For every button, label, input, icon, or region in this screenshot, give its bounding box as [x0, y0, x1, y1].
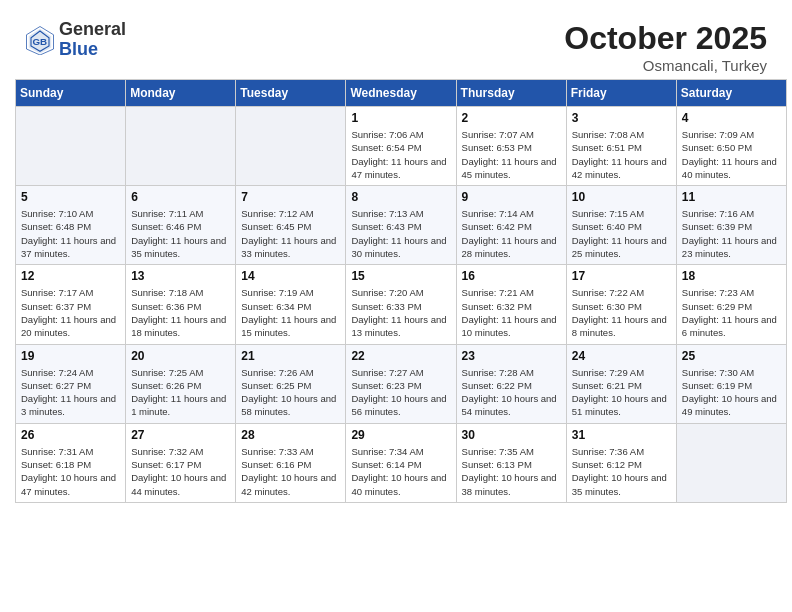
day-info: Sunrise: 7:18 AMSunset: 6:36 PMDaylight:…: [131, 286, 230, 339]
day-header-sunday: Sunday: [16, 80, 126, 107]
day-number: 9: [462, 190, 561, 204]
page-header: GB General Blue October 2025 Osmancali, …: [10, 10, 782, 79]
calendar-day: 13Sunrise: 7:18 AMSunset: 6:36 PMDayligh…: [126, 265, 236, 344]
calendar-day: [126, 107, 236, 186]
day-info: Sunrise: 7:30 AMSunset: 6:19 PMDaylight:…: [682, 366, 781, 419]
day-number: 15: [351, 269, 450, 283]
calendar-day: 20Sunrise: 7:25 AMSunset: 6:26 PMDayligh…: [126, 344, 236, 423]
calendar-day: 15Sunrise: 7:20 AMSunset: 6:33 PMDayligh…: [346, 265, 456, 344]
calendar-day: 26Sunrise: 7:31 AMSunset: 6:18 PMDayligh…: [16, 423, 126, 502]
calendar-day: 25Sunrise: 7:30 AMSunset: 6:19 PMDayligh…: [676, 344, 786, 423]
calendar-day: [676, 423, 786, 502]
day-number: 24: [572, 349, 671, 363]
logo-text: General Blue: [59, 20, 126, 60]
day-info: Sunrise: 7:08 AMSunset: 6:51 PMDaylight:…: [572, 128, 671, 181]
day-number: 10: [572, 190, 671, 204]
day-number: 16: [462, 269, 561, 283]
day-number: 22: [351, 349, 450, 363]
day-info: Sunrise: 7:34 AMSunset: 6:14 PMDaylight:…: [351, 445, 450, 498]
day-number: 21: [241, 349, 340, 363]
day-number: 5: [21, 190, 120, 204]
calendar-day: 30Sunrise: 7:35 AMSunset: 6:13 PMDayligh…: [456, 423, 566, 502]
logo: GB General Blue: [25, 20, 126, 60]
day-number: 1: [351, 111, 450, 125]
day-info: Sunrise: 7:28 AMSunset: 6:22 PMDaylight:…: [462, 366, 561, 419]
calendar-day: 23Sunrise: 7:28 AMSunset: 6:22 PMDayligh…: [456, 344, 566, 423]
day-number: 6: [131, 190, 230, 204]
day-number: 17: [572, 269, 671, 283]
day-info: Sunrise: 7:07 AMSunset: 6:53 PMDaylight:…: [462, 128, 561, 181]
calendar-week-1: 1Sunrise: 7:06 AMSunset: 6:54 PMDaylight…: [16, 107, 787, 186]
day-info: Sunrise: 7:29 AMSunset: 6:21 PMDaylight:…: [572, 366, 671, 419]
day-number: 23: [462, 349, 561, 363]
day-info: Sunrise: 7:26 AMSunset: 6:25 PMDaylight:…: [241, 366, 340, 419]
calendar-day: 17Sunrise: 7:22 AMSunset: 6:30 PMDayligh…: [566, 265, 676, 344]
day-number: 2: [462, 111, 561, 125]
day-info: Sunrise: 7:14 AMSunset: 6:42 PMDaylight:…: [462, 207, 561, 260]
calendar-day: 16Sunrise: 7:21 AMSunset: 6:32 PMDayligh…: [456, 265, 566, 344]
calendar-day: 8Sunrise: 7:13 AMSunset: 6:43 PMDaylight…: [346, 186, 456, 265]
day-info: Sunrise: 7:25 AMSunset: 6:26 PMDaylight:…: [131, 366, 230, 419]
day-number: 31: [572, 428, 671, 442]
calendar-day: 18Sunrise: 7:23 AMSunset: 6:29 PMDayligh…: [676, 265, 786, 344]
day-number: 29: [351, 428, 450, 442]
day-number: 12: [21, 269, 120, 283]
day-header-thursday: Thursday: [456, 80, 566, 107]
calendar-day: 7Sunrise: 7:12 AMSunset: 6:45 PMDaylight…: [236, 186, 346, 265]
day-number: 20: [131, 349, 230, 363]
day-info: Sunrise: 7:21 AMSunset: 6:32 PMDaylight:…: [462, 286, 561, 339]
calendar-day: 21Sunrise: 7:26 AMSunset: 6:25 PMDayligh…: [236, 344, 346, 423]
day-number: 14: [241, 269, 340, 283]
day-number: 25: [682, 349, 781, 363]
day-info: Sunrise: 7:32 AMSunset: 6:17 PMDaylight:…: [131, 445, 230, 498]
day-number: 4: [682, 111, 781, 125]
day-info: Sunrise: 7:15 AMSunset: 6:40 PMDaylight:…: [572, 207, 671, 260]
day-info: Sunrise: 7:27 AMSunset: 6:23 PMDaylight:…: [351, 366, 450, 419]
day-info: Sunrise: 7:31 AMSunset: 6:18 PMDaylight:…: [21, 445, 120, 498]
calendar-week-2: 5Sunrise: 7:10 AMSunset: 6:48 PMDaylight…: [16, 186, 787, 265]
day-info: Sunrise: 7:24 AMSunset: 6:27 PMDaylight:…: [21, 366, 120, 419]
calendar-day: 12Sunrise: 7:17 AMSunset: 6:37 PMDayligh…: [16, 265, 126, 344]
day-info: Sunrise: 7:16 AMSunset: 6:39 PMDaylight:…: [682, 207, 781, 260]
calendar-day: 2Sunrise: 7:07 AMSunset: 6:53 PMDaylight…: [456, 107, 566, 186]
location-subtitle: Osmancali, Turkey: [564, 57, 767, 74]
day-info: Sunrise: 7:06 AMSunset: 6:54 PMDaylight:…: [351, 128, 450, 181]
title-block: October 2025 Osmancali, Turkey: [564, 20, 767, 74]
day-info: Sunrise: 7:17 AMSunset: 6:37 PMDaylight:…: [21, 286, 120, 339]
day-header-saturday: Saturday: [676, 80, 786, 107]
logo-icon: GB: [25, 25, 55, 55]
calendar-day: 27Sunrise: 7:32 AMSunset: 6:17 PMDayligh…: [126, 423, 236, 502]
day-header-tuesday: Tuesday: [236, 80, 346, 107]
calendar-day: 9Sunrise: 7:14 AMSunset: 6:42 PMDaylight…: [456, 186, 566, 265]
calendar-day: [16, 107, 126, 186]
calendar-day: [236, 107, 346, 186]
day-header-monday: Monday: [126, 80, 236, 107]
day-info: Sunrise: 7:12 AMSunset: 6:45 PMDaylight:…: [241, 207, 340, 260]
calendar-week-5: 26Sunrise: 7:31 AMSunset: 6:18 PMDayligh…: [16, 423, 787, 502]
day-number: 28: [241, 428, 340, 442]
calendar-day: 29Sunrise: 7:34 AMSunset: 6:14 PMDayligh…: [346, 423, 456, 502]
day-info: Sunrise: 7:22 AMSunset: 6:30 PMDaylight:…: [572, 286, 671, 339]
day-number: 3: [572, 111, 671, 125]
calendar-day: 6Sunrise: 7:11 AMSunset: 6:46 PMDaylight…: [126, 186, 236, 265]
calendar-day: 19Sunrise: 7:24 AMSunset: 6:27 PMDayligh…: [16, 344, 126, 423]
day-info: Sunrise: 7:20 AMSunset: 6:33 PMDaylight:…: [351, 286, 450, 339]
day-info: Sunrise: 7:10 AMSunset: 6:48 PMDaylight:…: [21, 207, 120, 260]
day-number: 7: [241, 190, 340, 204]
day-header-wednesday: Wednesday: [346, 80, 456, 107]
day-info: Sunrise: 7:23 AMSunset: 6:29 PMDaylight:…: [682, 286, 781, 339]
calendar-week-3: 12Sunrise: 7:17 AMSunset: 6:37 PMDayligh…: [16, 265, 787, 344]
day-header-friday: Friday: [566, 80, 676, 107]
calendar-day: 31Sunrise: 7:36 AMSunset: 6:12 PMDayligh…: [566, 423, 676, 502]
calendar-table: SundayMondayTuesdayWednesdayThursdayFrid…: [15, 79, 787, 503]
day-info: Sunrise: 7:35 AMSunset: 6:13 PMDaylight:…: [462, 445, 561, 498]
day-number: 19: [21, 349, 120, 363]
calendar-day: 10Sunrise: 7:15 AMSunset: 6:40 PMDayligh…: [566, 186, 676, 265]
day-info: Sunrise: 7:11 AMSunset: 6:46 PMDaylight:…: [131, 207, 230, 260]
day-number: 8: [351, 190, 450, 204]
calendar-day: 1Sunrise: 7:06 AMSunset: 6:54 PMDaylight…: [346, 107, 456, 186]
day-number: 11: [682, 190, 781, 204]
day-number: 30: [462, 428, 561, 442]
calendar-day: 22Sunrise: 7:27 AMSunset: 6:23 PMDayligh…: [346, 344, 456, 423]
day-number: 27: [131, 428, 230, 442]
